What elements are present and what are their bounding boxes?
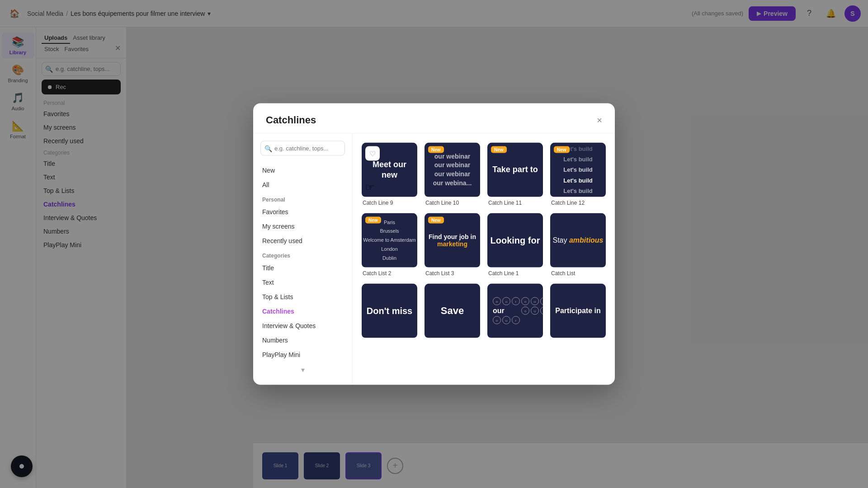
modal-title: Catchlines [266, 114, 316, 126]
modal-nav-favorites[interactable]: Favorites [253, 205, 352, 219]
card-our-animated[interactable]: o u r o u r our o u r o u r [487, 284, 543, 341]
new-badge-catchlist3: New [428, 217, 444, 224]
card11-label: Catch Line 11 [487, 200, 543, 206]
cardm1-text: Don't miss [367, 305, 412, 316]
modal-nav-catchlines[interactable]: Catchlines [253, 304, 352, 319]
card-catch-line-9[interactable]: ♡ Meet ournew ☞ Catch Line 9 [362, 143, 417, 206]
cardline1-label: Catch Line 1 [487, 270, 543, 277]
modal-header: Catchlines × [253, 103, 615, 134]
card10-label: Catch Line 10 [425, 200, 480, 206]
card-catch-list-2[interactable]: New ParisBrusselsWelcome to AmsterdamLon… [362, 213, 417, 277]
card-catch-line-11[interactable]: New Take part to Catch Line 11 [487, 143, 543, 206]
modal-nav-interview-quotes[interactable]: Interview & Quotes [253, 319, 352, 333]
cardm4-text: Participate in [555, 307, 600, 315]
catchlines-modal: Catchlines × 🔍 New All Personal Favorite… [253, 103, 615, 385]
cardlist2-text: ParisBrusselsWelcome to AmsterdamLondonD… [363, 218, 416, 263]
modal-nav-all[interactable]: All [253, 178, 352, 192]
modal-nav-top-lists[interactable]: Top & Lists [253, 290, 352, 304]
catchlist-text: Stay ambitious [552, 236, 603, 244]
card-catch-list-3[interactable]: New Find your job inmarketing Catch List… [425, 213, 480, 277]
cardlist3-text: Find your job inmarketing [429, 233, 476, 248]
card11-text: Take part to [489, 161, 542, 178]
modal-nav-recently-used[interactable]: Recently used [253, 234, 352, 248]
cardlist2-label: Catch List 2 [362, 270, 417, 277]
modal-close-button[interactable]: × [597, 115, 602, 125]
modal-search-input[interactable] [260, 141, 345, 156]
card10-text: our webinarour webinarour webinarour web… [429, 148, 476, 191]
modal-nav-my-screens[interactable]: My screens [253, 219, 352, 234]
catchlist-label: Catch List [550, 270, 606, 277]
modal-personal-label: Personal [253, 192, 352, 205]
cursor-icon: ☞ [365, 182, 374, 193]
modal-sidebar: 🔍 New All Personal Favorites My screens … [253, 134, 353, 385]
card-dont-miss[interactable]: Don't miss [362, 284, 417, 341]
new-badge-catch11: New [491, 146, 507, 153]
modal-nav-text[interactable]: Text [253, 275, 352, 290]
new-badge-catchlist2: New [365, 217, 381, 224]
modal-content: ♡ Meet ournew ☞ Catch Line 9 New our web… [353, 134, 615, 385]
cardline1-text: Looking for [491, 235, 540, 245]
card-catch-line-1[interactable]: Looking for Catch Line 1 [487, 213, 543, 277]
card12-label: Catch Line 12 [550, 200, 606, 206]
cardlist3-label: Catch List 3 [425, 270, 480, 277]
card-participate[interactable]: Participate in [550, 284, 606, 341]
show-more-icon[interactable]: ▾ [253, 362, 352, 378]
modal-nav-title[interactable]: Title [253, 261, 352, 275]
card-catch-line-10[interactable]: New our webinarour webinarour webinarour… [425, 143, 480, 206]
modal-nav-new[interactable]: New [253, 163, 352, 178]
cardm2-text: Save [441, 305, 464, 317]
modal-nav-playplay-mini[interactable]: PlayPlay Mini [253, 347, 352, 362]
card-catch-line-12[interactable]: New Let's build Let's build Let's build … [550, 143, 606, 206]
new-badge-catch12: New [554, 146, 570, 153]
favorite-button-catch9[interactable]: ♡ [365, 146, 380, 161]
modal-search-icon: 🔍 [264, 145, 272, 152]
cardm3-text: o u r o u r our o u r o u r [487, 292, 543, 330]
card-save[interactable]: Save [425, 284, 480, 341]
modal-body: 🔍 New All Personal Favorites My screens … [253, 134, 615, 385]
card9-label: Catch Line 9 [362, 200, 417, 206]
new-badge-catch10: New [428, 146, 444, 153]
cards-grid: ♡ Meet ournew ☞ Catch Line 9 New our web… [362, 143, 606, 341]
modal-nav-numbers[interactable]: Numbers [253, 333, 352, 347]
card-catch-list[interactable]: Stay ambitious Catch List [550, 213, 606, 277]
modal-categories-label: Categories [253, 248, 352, 261]
modal-search: 🔍 [260, 141, 345, 156]
